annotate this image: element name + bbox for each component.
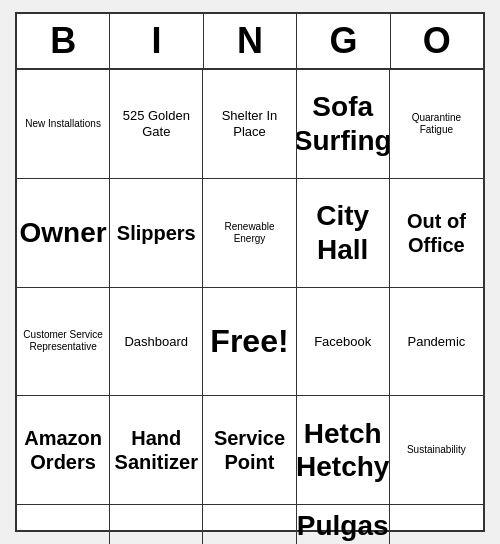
bingo-cell: Facebook — [297, 288, 390, 397]
cell-text: Slippers — [117, 221, 196, 245]
cell-text: Owner — [20, 216, 107, 250]
cell-text: Free! — [210, 322, 288, 360]
bingo-cell: Hetch Hetchy — [297, 396, 390, 505]
cell-text: Out of Office — [394, 209, 479, 257]
bingo-cell: Infrastructure — [17, 505, 110, 544]
bingo-cell: Business & System Support — [203, 505, 296, 544]
cell-text: Hetch Hetchy — [297, 417, 390, 484]
bingo-cell: Slippers — [110, 179, 203, 288]
cell-text: Pulgas Water Temple — [297, 509, 390, 544]
cell-text: Amazon Orders — [21, 426, 105, 474]
header-letter: I — [110, 14, 203, 70]
cell-text: Quarantine Fatigue — [394, 112, 479, 136]
cell-text: Dashboard — [124, 334, 188, 350]
cell-text: Sofa Surfing — [297, 90, 390, 157]
bingo-cell: Free! — [203, 288, 296, 397]
bingo-cell: Amazon Orders — [17, 396, 110, 505]
cell-text: Hand Sanitizer — [114, 426, 198, 474]
cell-text: Facebook — [314, 334, 371, 350]
cell-text: Renewable Energy — [207, 221, 291, 245]
bingo-cell: 525 Golden Gate — [110, 70, 203, 179]
header-letter: G — [297, 14, 390, 70]
bingo-cell: City Hall — [297, 179, 390, 288]
bingo-cell: New Installations — [17, 70, 110, 179]
bingo-cell: Out of Office — [390, 179, 483, 288]
header-letter: N — [204, 14, 297, 70]
bingo-grid: New Installations525 Golden GateShelter … — [17, 70, 483, 544]
cell-text: Pandemic — [407, 334, 465, 350]
bingo-card: BINGO New Installations525 Golden GateSh… — [15, 12, 485, 532]
bingo-cell: Owner — [17, 179, 110, 288]
cell-text: Shelter In Place — [207, 108, 291, 139]
bingo-header: BINGO — [17, 14, 483, 70]
bingo-cell: Customer Service Representative — [17, 288, 110, 397]
bingo-cell: Hand Sanitizer — [110, 396, 203, 505]
bingo-cell: Quarantine Fatigue — [390, 70, 483, 179]
bingo-cell: Pulgas Water Temple — [297, 505, 390, 544]
bingo-cell: Shelter In Place — [203, 70, 296, 179]
bingo-cell: Sofa Surfing — [297, 70, 390, 179]
cell-text: 525 Golden Gate — [114, 108, 198, 139]
cell-text: City Hall — [301, 199, 385, 266]
bingo-cell: Sustainability — [390, 396, 483, 505]
bingo-cell: Credit & Collections — [390, 505, 483, 544]
cell-text: Customer Service Representative — [21, 329, 105, 353]
bingo-cell: Reservoirs — [110, 505, 203, 544]
header-letter: B — [17, 14, 110, 70]
header-letter: O — [391, 14, 483, 70]
cell-text: New Installations — [25, 118, 101, 130]
bingo-cell: Dashboard — [110, 288, 203, 397]
bingo-cell: Service Point — [203, 396, 296, 505]
cell-text: Sustainability — [407, 444, 466, 456]
cell-text: Service Point — [207, 426, 291, 474]
bingo-cell: Renewable Energy — [203, 179, 296, 288]
bingo-cell: Pandemic — [390, 288, 483, 397]
